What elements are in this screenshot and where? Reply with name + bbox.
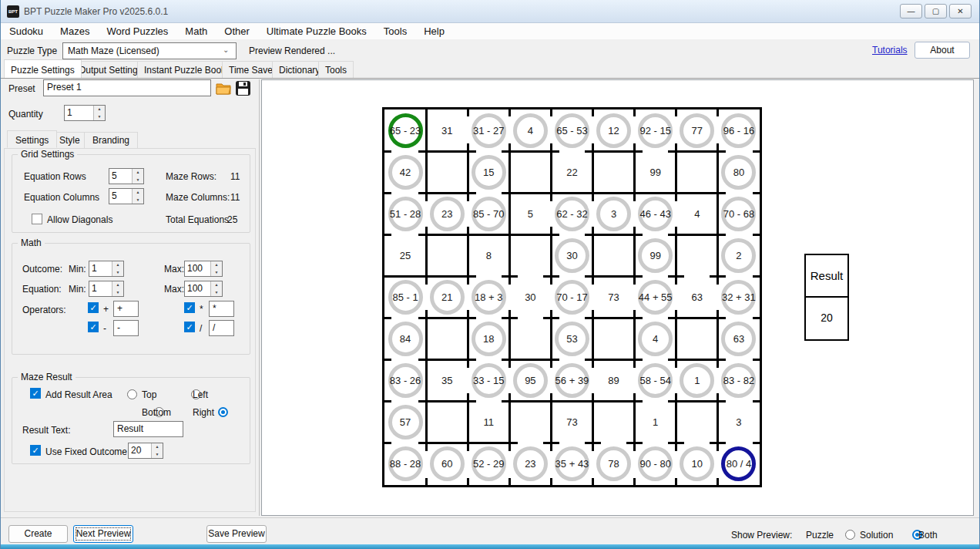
equation-label: Equation: [22, 284, 62, 295]
operator-minus-checkbox[interactable]: ✓ [88, 322, 99, 332]
maze-cell-value: 42 [384, 151, 426, 193]
outcome-min-label: Min: [69, 264, 86, 274]
menu-word-puzzles[interactable]: Word Puzzles [98, 23, 176, 39]
tutorials-link[interactable]: Tutorials [872, 45, 908, 56]
maze-cell-value: 4 [635, 318, 676, 360]
maze-cell-value: 56 + 39 [551, 360, 592, 402]
maze-cell-value: 22 [551, 151, 592, 193]
maze-cell-value: 73 [551, 402, 592, 443]
spinner-arrows-icon[interactable]: ▲▼ [132, 189, 143, 204]
operator-divide-input[interactable]: / [209, 320, 234, 336]
equation-max-stepper[interactable]: 100 ▲▼ [184, 281, 223, 297]
maximize-button[interactable]: ▢ [925, 4, 947, 19]
outcome-max-stepper[interactable]: 100 ▲▼ [184, 261, 223, 277]
inner-tab-strip: Settings Style Branding [7, 132, 253, 148]
divider [1, 78, 980, 79]
preview-status-text: Preview Rendered ... [249, 45, 335, 56]
create-button[interactable]: Create [8, 525, 68, 543]
save-icon[interactable] [235, 80, 251, 96]
math-group: Math [12, 243, 250, 355]
maze-cell-value: 35 + 43 [551, 443, 592, 485]
maze-cell-value: 21 [426, 276, 468, 318]
add-result-area-checkbox[interactable]: ✓ [30, 388, 41, 399]
spinner-arrows-icon[interactable]: ▲▼ [210, 261, 222, 276]
equation-rows-stepper[interactable]: 5 ▲▼ [109, 168, 144, 184]
maze-cell-value: 85 - 1 [384, 276, 426, 318]
menu-mazes[interactable]: Mazes [52, 23, 98, 39]
result-text-label: Result Text: [22, 425, 70, 436]
close-button[interactable]: ✕ [949, 4, 972, 19]
spinner-arrows-icon[interactable]: ▲▼ [132, 169, 143, 184]
maze-cell-value: 10 [676, 443, 718, 485]
result-right-label: Right [193, 407, 214, 418]
tab-branding[interactable]: Branding [84, 132, 138, 148]
maze-cell-value: 60 [426, 443, 468, 485]
equation-columns-value: 5 [109, 189, 132, 204]
quantity-stepper[interactable]: 1 ▲▼ [64, 105, 106, 121]
operators-label: Operators: [22, 305, 66, 315]
spinner-arrows-icon[interactable]: ▲▼ [151, 443, 163, 458]
maze-cell-value: 70 - 17 [551, 276, 592, 318]
maze-cell-value: 88 - 28 [384, 443, 426, 485]
tab-settings[interactable]: Settings [7, 130, 57, 148]
result-top-radio[interactable] [127, 389, 137, 399]
maze-cell-value: 5 [509, 193, 551, 234]
maze-rows-value: 11 [230, 171, 240, 182]
maze-cell-value: 65 - 53 [551, 109, 592, 151]
spinner-arrows-icon[interactable]: ▲▼ [112, 261, 123, 276]
equation-min-stepper[interactable]: 1 ▲▼ [89, 281, 124, 297]
maze-cell-value: 52 - 29 [468, 443, 509, 485]
maze-cell-value: 8 [468, 234, 509, 276]
chevron-down-icon: ⌄ [223, 45, 229, 54]
maze-cell-value: 31 - 27 [468, 109, 509, 151]
show-solution-label: Solution [860, 530, 893, 541]
maze-cell-value: 96 - 16 [718, 109, 760, 151]
menu-math[interactable]: Math [176, 23, 216, 39]
outcome-label: Outcome: [22, 264, 62, 274]
tab-tools[interactable]: Tools [318, 61, 354, 78]
fixed-outcome-stepper[interactable]: 20 ▲▼ [128, 443, 163, 459]
maze-cell-value: 12 [593, 109, 635, 151]
spinner-arrows-icon[interactable]: ▲▼ [93, 106, 105, 120]
maze-cell-value: 33 - 15 [468, 360, 509, 402]
preset-label: Preset [8, 83, 35, 94]
show-puzzle-radio[interactable] [845, 530, 855, 540]
save-preview-button[interactable]: Save Preview [206, 525, 267, 543]
operator-multiply-input[interactable]: * [209, 301, 234, 317]
outcome-min-stepper[interactable]: 1 ▲▼ [89, 261, 124, 277]
equation-columns-stepper[interactable]: 5 ▲▼ [109, 188, 144, 204]
add-result-area-label: Add Result Area [45, 389, 112, 400]
tab-puzzle-settings[interactable]: Puzzle Settings [4, 59, 82, 78]
maze-cell-value: 4 [676, 193, 718, 234]
maze-cell-value: 65 - 23 [384, 109, 426, 151]
maze-preview: 65 - 233131 - 27465 - 531292 - 157796 - … [382, 107, 762, 487]
allow-diagonals-checkbox[interactable] [32, 214, 42, 224]
menu-other[interactable]: Other [216, 23, 258, 39]
use-fixed-outcome-checkbox[interactable]: ✓ [30, 445, 41, 456]
preset-input[interactable]: Preset 1 [43, 79, 211, 96]
next-preview-button[interactable]: Next Preview [73, 525, 133, 543]
maze-cell-value: 53 [551, 318, 592, 360]
operator-plus-checkbox[interactable]: ✓ [88, 302, 99, 313]
puzzle-type-dropdown[interactable]: Math Maze (Licensed) [62, 42, 237, 59]
menu-sudoku[interactable]: Sudoku [1, 23, 52, 39]
open-folder-icon[interactable] [215, 80, 232, 96]
menu-tools[interactable]: Tools [375, 23, 415, 39]
result-text-input[interactable]: Result [113, 421, 183, 437]
maze-cell-value: 46 - 43 [635, 193, 676, 234]
about-button[interactable]: About [915, 42, 970, 59]
spinner-arrows-icon[interactable]: ▲▼ [210, 281, 222, 296]
menu-ultimate-puzzle-books[interactable]: Ultimate Puzzle Books [258, 23, 375, 39]
maze-cell-value: 95 [509, 360, 551, 402]
maze-cell-value: 70 - 68 [718, 193, 760, 234]
spinner-arrows-icon[interactable]: ▲▼ [112, 281, 123, 296]
operator-multiply-checkbox[interactable]: ✓ [184, 302, 195, 313]
operator-plus-input[interactable]: + [113, 301, 139, 317]
maze-cell-value: 31 [426, 109, 468, 151]
minimize-button[interactable]: — [900, 4, 922, 19]
operator-divide-checkbox[interactable]: ✓ [184, 322, 195, 332]
menu-help[interactable]: Help [415, 23, 453, 39]
operator-minus-input[interactable]: - [113, 320, 139, 336]
maze-cell-value: 35 [426, 360, 468, 402]
maze-cell-value: 77 [676, 109, 718, 151]
